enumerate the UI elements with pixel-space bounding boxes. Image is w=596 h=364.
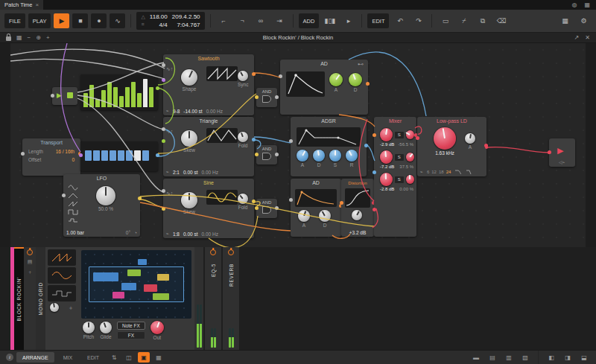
ratio-value[interactable]: 1:8 [173,232,180,237]
shape-knob[interactable] [181,69,197,86]
mapping-panel-icon[interactable]: ▧ [519,352,531,363]
fold-knob[interactable] [238,132,248,142]
sync-knob[interactable] [238,71,248,81]
module-lfo[interactable]: LFO 50.0 % 1.00 bar 0° ◔ [63,174,140,237]
output-port[interactable] [252,72,256,76]
grid-display[interactable] [81,250,191,319]
file-button[interactable]: FILE [4,13,25,28]
device-eq5[interactable]: EQ-5 [205,247,221,350]
input-port[interactable] [255,95,259,99]
module-sine[interactable]: Sine ∿↑ Skew Fold ⌁ 1:8 0.00 st 0.00 Hz [163,179,254,238]
sustain-knob[interactable] [329,150,341,162]
lfo-amount-knob[interactable] [96,186,115,205]
clip-block[interactable] [127,269,141,276]
channel-2-gain-value[interactable]: -7.2 dB [380,165,394,169]
saw-shape-icon[interactable] [68,201,78,207]
lfo-shape-list[interactable] [68,185,78,223]
close-tab-icon[interactable]: × [36,1,39,8]
step-block[interactable] [101,150,108,161]
cutoff-knob[interactable] [434,127,456,150]
play-button[interactable]: ▶ [54,13,69,28]
clip-block[interactable] [157,274,169,281]
song-time-value[interactable]: 7:04.767 [177,21,200,29]
layout-left-icon[interactable]: ◧ [545,352,557,363]
output-port[interactable] [484,144,488,147]
out-knob[interactable] [150,321,164,334]
dashboard-icon[interactable]: ▦ [584,1,590,8]
browser-panel-icon[interactable]: ▤ [486,352,498,363]
steps-display[interactable] [85,150,153,161]
edit-view-button[interactable]: EDIT [81,352,105,363]
audio-rate-icon[interactable]: ⌁ [420,169,423,175]
channel-3-pan-knob[interactable] [406,175,414,184]
waveform-out-icon[interactable]: ⌁ [166,231,169,237]
channel-2-gain-knob[interactable] [380,150,393,164]
add-modulator-icon[interactable]: ＋ [68,304,74,312]
clip-block[interactable] [93,272,118,281]
metronome-icon[interactable]: △ [141,13,145,21]
fx-button[interactable]: FX [117,331,145,339]
layout-full-icon[interactable]: ⬓ [578,352,590,363]
clip-block[interactable] [144,284,157,292]
ratio-value[interactable]: 9-8 [173,109,180,114]
input-port-1[interactable] [372,133,376,137]
output-port[interactable] [252,138,256,141]
pitch-port[interactable] [162,189,165,193]
dual-display-icon[interactable]: ⇅ [108,352,120,363]
output-port[interactable] [156,153,159,157]
pole-6[interactable]: 6 [427,170,429,174]
input-port[interactable] [255,153,259,156]
module-adsr[interactable]: ADSR A D S R [291,117,367,176]
tempo-value[interactable]: 118.00 [150,13,168,21]
transpose-value[interactable]: 0.00 st [183,232,198,237]
module-and-1[interactable]: AND [256,88,277,107]
lfo-amount-value[interactable]: 50.0 % [96,206,115,211]
channel-3-gain-value[interactable]: -2.8 dB [380,187,394,191]
pitch-bar[interactable] [149,87,153,107]
notification-icon[interactable]: ◍ [571,1,577,8]
step-block[interactable] [93,150,100,161]
ratio-value[interactable]: 2:1 [173,170,180,175]
retrigger-icon[interactable]: ⊷ [358,61,364,68]
project-tab[interactable]: Patch Time × [0,0,43,10]
device-power-icon[interactable] [228,249,234,255]
step-block[interactable] [126,150,133,161]
input-port[interactable] [416,136,419,140]
triangle-shape-icon[interactable] [68,193,78,199]
pitch-bar[interactable] [101,90,106,107]
clip-block[interactable] [153,293,169,300]
channel-2-pan-value[interactable]: 37.5 % [399,165,413,169]
output-port[interactable] [156,86,159,90]
module-mixer[interactable]: Mixer S -2.9 dB -56.5 % S -7.2 dB 37.5 % [374,117,416,237]
module-and-3[interactable]: AND [256,199,277,218]
decay-knob[interactable] [313,150,325,162]
modulator-sine-thumb[interactable] [48,267,76,284]
loop-icon[interactable]: ∞ [253,13,269,28]
input-port[interactable] [62,194,66,197]
follow-playhead-icon[interactable]: ⇥ [272,13,288,28]
input-port[interactable] [548,150,551,154]
pitch-knob[interactable] [83,322,95,333]
module-and-2[interactable]: AND [256,145,277,165]
step-block[interactable] [142,150,149,161]
gate-port[interactable] [289,139,293,143]
add-button[interactable]: ADD [299,13,320,28]
pitch-bar[interactable] [95,99,100,107]
layout-bottom-icon[interactable]: ◨ [562,352,574,363]
module-pitch-steps[interactable] [80,74,158,110]
input-port[interactable] [255,206,259,210]
channel-2-solo-button[interactable]: S [395,154,404,161]
zoom-out-icon[interactable]: − [28,34,31,41]
output-port[interactable] [364,144,368,147]
shape-mod-port[interactable] [162,78,165,82]
edit-button[interactable]: EDIT [367,13,389,28]
channel-3-solo-button[interactable]: S [395,176,404,183]
modulator-random-thumb[interactable] [48,285,76,301]
sine-shape-icon[interactable] [68,185,78,191]
channel-3-gain-knob[interactable] [380,173,393,186]
input-port[interactable] [79,153,83,157]
lock-icon[interactable] [6,36,11,41]
module-sawtooth[interactable]: Sawtooth ∿↑ Shape Sync ⌁ 9-8 -14.00 st 0… [163,54,254,115]
channel-1-pan-value[interactable]: -56.5 % [398,142,413,147]
automation-write-button[interactable]: ∿ [110,13,125,28]
